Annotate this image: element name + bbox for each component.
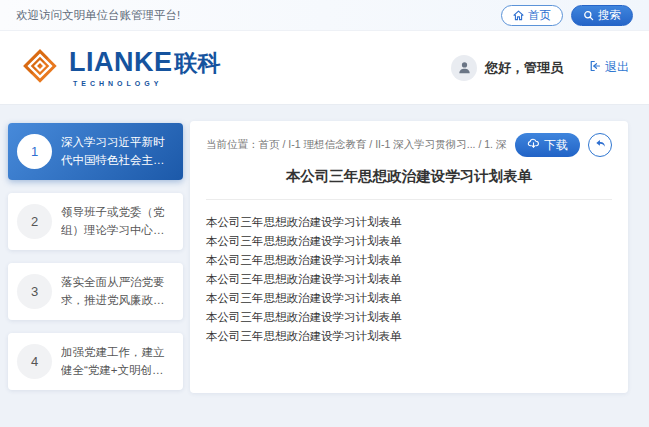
logout-label: 退出 xyxy=(605,59,629,76)
step-number-badge: 4 xyxy=(17,344,52,379)
page-title: 本公司三年思想政治建设学习计划表单 xyxy=(206,167,612,200)
main-actions: 下载 xyxy=(515,133,612,157)
header-right: 您好，管理员 退出 xyxy=(451,55,629,81)
document-link[interactable]: 本公司三年思想政治建设学习计划表单 xyxy=(206,270,612,289)
sidebar-item-4[interactable]: 4 加强党建工作，建立健全“党建+文明创建”机制... xyxy=(8,333,183,390)
topbar-actions: 首页 搜索 xyxy=(501,5,633,26)
app-header: LIANKE 联科 TECHNOLOGY 您好，管理员 退出 xyxy=(0,31,649,105)
user-greeting: 您好，管理员 xyxy=(485,59,563,77)
document-link[interactable]: 本公司三年思想政治建设学习计划表单 xyxy=(206,327,612,346)
document-link[interactable]: 本公司三年思想政治建设学习计划表单 xyxy=(206,213,612,232)
welcome-text: 欢迎访问文明单位台账管理平台! xyxy=(16,8,180,23)
sidebar-item-label: 深入学习习近平新时代中国特色社会主义思想，引... xyxy=(61,134,174,170)
back-button[interactable] xyxy=(588,133,612,157)
step-number-badge: 1 xyxy=(17,134,52,169)
document-link[interactable]: 本公司三年思想政治建设学习计划表单 xyxy=(206,289,612,308)
search-button[interactable]: 搜索 xyxy=(571,5,633,26)
sidebar-item-label: 领导班子或党委（党组）理论学习中心组学习规范... xyxy=(61,204,174,240)
user-info: 您好，管理员 xyxy=(451,55,563,81)
cloud-download-icon xyxy=(527,137,540,153)
home-button-label: 首页 xyxy=(528,8,551,23)
home-icon xyxy=(513,10,524,21)
sidebar-item-2[interactable]: 2 领导班子或党委（党组）理论学习中心组学习规范... xyxy=(8,193,183,250)
sidebar-steps: 1 深入学习习近平新时代中国特色社会主义思想，引... 2 领导班子或党委（党组… xyxy=(8,123,183,403)
logo-text-en: LIANKE xyxy=(69,49,173,76)
main-toolbar: 当前位置：首页 / I-1 理想信念教育 / II-1 深入学习贯彻习... /… xyxy=(206,133,612,157)
logo-diamond-icon xyxy=(20,46,60,90)
breadcrumb: 当前位置：首页 / I-1 理想信念教育 / II-1 深入学习贯彻习... /… xyxy=(206,138,507,152)
sidebar-item-label: 落实全面从严治党要求，推进党风廉政和反腐败教... xyxy=(61,274,174,310)
step-number-badge: 2 xyxy=(17,204,52,239)
back-arrow-icon xyxy=(594,136,607,154)
document-link-list: 本公司三年思想政治建设学习计划表单 本公司三年思想政治建设学习计划表单 本公司三… xyxy=(206,213,612,346)
logo-subtitle: TECHNOLOGY xyxy=(69,80,221,87)
logout-icon xyxy=(589,60,601,75)
download-label: 下载 xyxy=(544,137,568,154)
home-button[interactable]: 首页 xyxy=(501,5,563,26)
document-link[interactable]: 本公司三年思想政治建设学习计划表单 xyxy=(206,308,612,327)
logo: LIANKE 联科 TECHNOLOGY xyxy=(20,46,221,90)
top-welcome-bar: 欢迎访问文明单位台账管理平台! 首页 搜索 xyxy=(0,0,649,31)
content-area: 1 深入学习习近平新时代中国特色社会主义思想，引... 2 领导班子或党委（党组… xyxy=(0,106,649,427)
logo-text-block: LIANKE 联科 TECHNOLOGY xyxy=(69,49,221,87)
search-icon xyxy=(583,10,594,21)
document-link[interactable]: 本公司三年思想政治建设学习计划表单 xyxy=(206,232,612,251)
sidebar-item-1[interactable]: 1 深入学习习近平新时代中国特色社会主义思想，引... xyxy=(8,123,183,180)
sidebar-item-3[interactable]: 3 落实全面从严治党要求，推进党风廉政和反腐败教... xyxy=(8,263,183,320)
logout-button[interactable]: 退出 xyxy=(589,59,629,76)
main-panel: 当前位置：首页 / I-1 理想信念教育 / II-1 深入学习贯彻习... /… xyxy=(190,121,628,393)
sidebar-item-label: 加强党建工作，建立健全“党建+文明创建”机制... xyxy=(61,344,174,380)
download-button[interactable]: 下载 xyxy=(515,133,580,157)
user-avatar xyxy=(451,55,477,81)
step-number-badge: 3 xyxy=(17,274,52,309)
search-button-label: 搜索 xyxy=(598,8,621,23)
document-link[interactable]: 本公司三年思想政治建设学习计划表单 xyxy=(206,251,612,270)
logo-text-cn: 联科 xyxy=(175,52,221,75)
